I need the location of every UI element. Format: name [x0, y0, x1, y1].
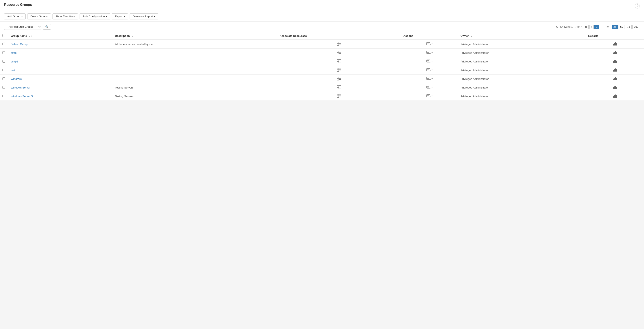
- owner-header[interactable]: Owner ▲: [458, 32, 586, 40]
- page-size-75-button[interactable]: 75: [626, 25, 632, 29]
- group-name-link-4[interactable]: test: [11, 69, 15, 72]
- select-all-checkbox[interactable]: [2, 34, 5, 37]
- reports-icon-4[interactable]: [613, 69, 617, 72]
- page-header: Resource Groups ?: [0, 0, 644, 11]
- group-name-cell: test: [8, 66, 112, 75]
- table-row: test: [0, 66, 644, 75]
- associate-resources-cell: [277, 83, 401, 92]
- add-group-button[interactable]: Add Group ▾: [4, 14, 26, 20]
- refresh-icon[interactable]: ↻: [556, 25, 558, 29]
- search-icon: 🔍: [45, 25, 48, 28]
- svg-rect-81: [614, 86, 615, 89]
- associate-resources-icon-1[interactable]: [337, 42, 341, 46]
- prev-page-button[interactable]: ‹: [590, 25, 594, 29]
- owner-label: Owner: [460, 34, 469, 38]
- show-tree-view-button[interactable]: Show Tree View: [52, 14, 78, 20]
- svg-rect-29: [339, 60, 341, 61]
- actions-button-4[interactable]: ▾: [426, 68, 432, 72]
- svg-rect-20: [426, 51, 430, 54]
- svg-rect-53: [614, 69, 615, 72]
- associate-resources-icon-3[interactable]: [337, 59, 341, 64]
- group-name-link-1[interactable]: Default Group: [11, 43, 28, 46]
- row-checkbox-2[interactable]: [2, 51, 5, 54]
- first-page-button[interactable]: ≪: [582, 25, 588, 29]
- svg-rect-69: [616, 78, 617, 80]
- associate-resources-icon-7[interactable]: [337, 94, 341, 98]
- generate-report-button[interactable]: Generate Report ▾: [130, 14, 158, 20]
- row-checkbox-1[interactable]: [2, 43, 5, 45]
- filter-bar: --All Resource Groups-- 🔍 ↻ Showing 1 - …: [0, 22, 644, 32]
- associate-resources-icon-4[interactable]: [337, 68, 341, 72]
- row-checkbox-7[interactable]: [2, 95, 5, 97]
- add-group-caret-icon: ▾: [22, 15, 22, 18]
- actions-label: Actions: [404, 34, 413, 38]
- owner-cell: Privileged Administrator: [458, 75, 586, 83]
- svg-rect-82: [615, 86, 616, 89]
- svg-rect-83: [616, 87, 617, 89]
- actions-button-5[interactable]: ▾: [426, 77, 432, 81]
- toolbar: Add Group ▾ Delete Groups Show Tree View…: [0, 11, 644, 22]
- associate-resources-icon-5[interactable]: [337, 77, 341, 81]
- delete-groups-button[interactable]: Delete Groups: [27, 14, 51, 20]
- associate-resources-icon-2[interactable]: [337, 51, 341, 55]
- row-checkbox-4[interactable]: [2, 69, 5, 71]
- description-header[interactable]: Description ▲: [112, 32, 277, 40]
- table-header-row: Group Name ▲▼ Description ▲ Associate Re…: [0, 32, 644, 40]
- svg-rect-39: [614, 60, 615, 63]
- actions-caret-6: ▾: [432, 86, 432, 89]
- group-name-link-7[interactable]: Windows Server S: [11, 95, 33, 98]
- svg-marker-79: [430, 88, 431, 89]
- row-checkbox-5[interactable]: [2, 77, 5, 80]
- group-name-link-6[interactable]: Windows Server: [11, 86, 30, 89]
- actions-caret-7: ▾: [432, 95, 432, 97]
- svg-rect-72: [337, 88, 339, 89]
- reports-icon-1[interactable]: [613, 43, 617, 46]
- help-icon[interactable]: ?: [635, 4, 640, 9]
- svg-marker-51: [430, 70, 431, 71]
- row-checkbox-3[interactable]: [2, 60, 5, 63]
- last-page-button[interactable]: ≫: [605, 25, 611, 29]
- actions-button-3[interactable]: ▾: [426, 59, 432, 63]
- reports-icon-7[interactable]: [613, 95, 617, 98]
- resource-group-filter[interactable]: --All Resource Groups--: [4, 24, 41, 30]
- actions-button-1[interactable]: ▾: [426, 42, 432, 46]
- svg-rect-16: [337, 53, 339, 54]
- group-name-link-5[interactable]: Windows: [11, 77, 22, 81]
- svg-rect-15: [339, 51, 341, 52]
- associate-resources-icon-6[interactable]: [337, 85, 341, 90]
- row-checkbox-6[interactable]: [2, 86, 5, 89]
- reports-icon-2[interactable]: [613, 52, 617, 55]
- svg-rect-25: [614, 52, 615, 54]
- svg-rect-40: [615, 60, 616, 63]
- row-checkbox-cell: [0, 66, 8, 75]
- svg-rect-96: [615, 95, 616, 98]
- description-cell: [112, 75, 277, 83]
- page-1-button[interactable]: 1: [594, 25, 599, 29]
- group-name-link-3[interactable]: smtp2: [11, 60, 18, 63]
- add-group-label: Add Group: [7, 15, 20, 18]
- group-name-cell: Default Group: [8, 40, 112, 49]
- svg-rect-13: [616, 43, 617, 46]
- table-row: Windows Server Testing Servers: [0, 83, 644, 92]
- page-size-50-button[interactable]: 50: [618, 25, 624, 29]
- search-button[interactable]: 🔍: [43, 24, 51, 30]
- page-size-100-button[interactable]: 100: [632, 25, 640, 29]
- svg-rect-66: [613, 79, 614, 80]
- actions-button-6[interactable]: ▾: [426, 85, 432, 89]
- page-size-25-button[interactable]: 25: [612, 25, 618, 29]
- group-name-header[interactable]: Group Name ▲▼: [8, 32, 112, 40]
- bulk-configuration-button[interactable]: Bulk Configuration ▾: [80, 14, 110, 20]
- next-page-button[interactable]: ›: [600, 25, 604, 29]
- export-button[interactable]: Export ▾: [112, 14, 128, 20]
- svg-rect-97: [616, 95, 617, 98]
- svg-marker-93: [430, 96, 431, 97]
- export-label: Export: [115, 15, 123, 18]
- reports-label: Reports: [588, 34, 598, 38]
- reports-icon-3[interactable]: [613, 61, 617, 64]
- row-checkbox-cell: [0, 49, 8, 57]
- group-name-link-2[interactable]: smtp: [11, 51, 16, 54]
- reports-icon-5[interactable]: [613, 78, 617, 81]
- actions-button-7[interactable]: ▾: [426, 94, 432, 98]
- actions-button-2[interactable]: ▾: [426, 51, 432, 54]
- reports-icon-6[interactable]: [613, 87, 617, 90]
